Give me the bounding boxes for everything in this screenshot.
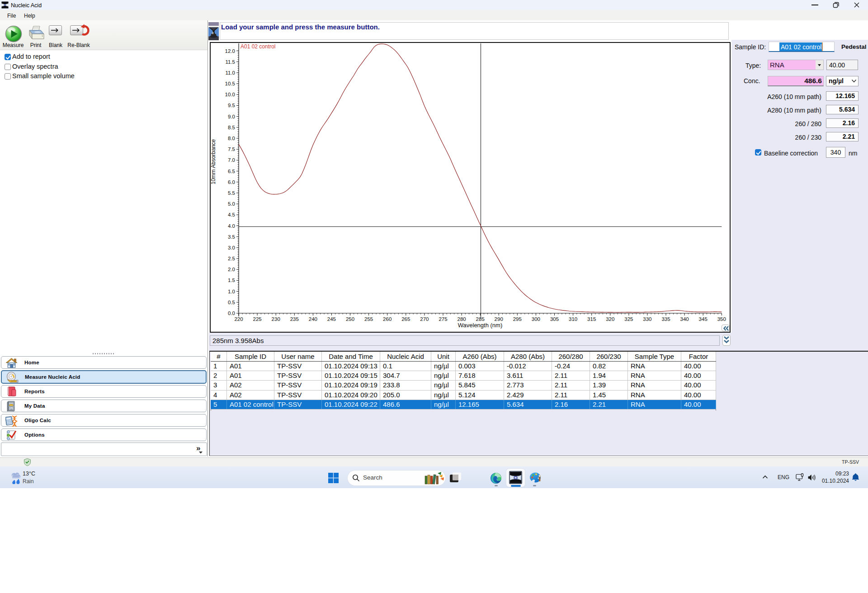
svg-text:12.0: 12.0 [225,48,235,54]
svg-text:3.5: 3.5 [228,234,235,240]
svg-text:2.5: 2.5 [228,256,235,261]
svg-text:10mm Absorbance: 10mm Absorbance [210,139,217,184]
svg-text:10.5: 10.5 [225,81,235,86]
svg-text:0.0: 0.0 [228,311,235,316]
svg-text:340: 340 [680,316,689,322]
svg-text:4.5: 4.5 [228,212,235,217]
svg-text:245: 245 [327,316,336,322]
svg-text:235: 235 [290,316,299,322]
svg-text:7.5: 7.5 [228,146,235,152]
svg-text:5.5: 5.5 [228,190,235,196]
svg-text:255: 255 [364,316,373,322]
svg-text:Wavelength (nm): Wavelength (nm) [458,322,503,329]
svg-text:1.0: 1.0 [228,289,235,294]
svg-text:0.5: 0.5 [228,300,235,305]
svg-text:3.0: 3.0 [228,245,235,250]
svg-text:7.0: 7.0 [228,157,235,163]
svg-text:230: 230 [272,316,280,322]
svg-text:2.0: 2.0 [228,267,235,272]
svg-text:275: 275 [439,316,447,322]
svg-text:5.0: 5.0 [228,201,235,207]
svg-text:305: 305 [550,316,559,322]
svg-text:260: 260 [383,316,392,322]
svg-text:320: 320 [606,316,614,322]
svg-text:270: 270 [420,316,429,322]
svg-text:1.5: 1.5 [228,278,235,283]
svg-text:8.5: 8.5 [228,125,235,130]
svg-text:225: 225 [253,316,262,322]
svg-text:9.0: 9.0 [228,114,235,119]
svg-text:350: 350 [717,316,726,322]
svg-text:290: 290 [495,316,503,322]
svg-text:250: 250 [346,316,354,322]
svg-text:325: 325 [624,316,633,322]
svg-text:220: 220 [234,316,243,322]
svg-text:10.0: 10.0 [225,92,235,97]
svg-text:310: 310 [569,316,577,322]
svg-text:315: 315 [587,316,596,322]
svg-text:240: 240 [309,316,317,322]
svg-text:280: 280 [458,316,466,322]
svg-text:265: 265 [401,316,410,322]
svg-text:4.0: 4.0 [228,223,235,229]
svg-text:6.5: 6.5 [228,169,235,174]
svg-text:285: 285 [476,316,485,322]
svg-text:300: 300 [532,316,540,322]
svg-text:8.0: 8.0 [228,136,235,141]
svg-text:345: 345 [699,316,708,322]
svg-text:11.0: 11.0 [225,70,235,75]
svg-text:11.5: 11.5 [225,59,235,65]
svg-text:9.5: 9.5 [228,103,235,108]
svg-text:335: 335 [661,316,670,322]
svg-text:A01 02 control: A01 02 control [241,43,275,50]
svg-text:330: 330 [643,316,651,322]
svg-text:6.0: 6.0 [228,179,235,185]
svg-text:295: 295 [513,316,522,322]
